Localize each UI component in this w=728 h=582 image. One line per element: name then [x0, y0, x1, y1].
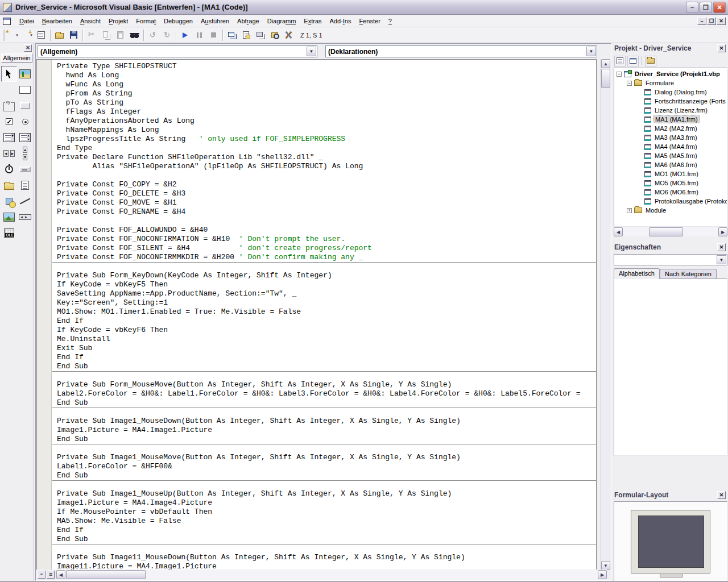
- toolbar-grip[interactable]: [2, 30, 3, 41]
- toolbox-tool-combobox[interactable]: [1, 130, 17, 146]
- tab-alphabetisch[interactable]: Alphabetisch: [614, 268, 660, 279]
- form-layout-close-icon[interactable]: ✕: [717, 491, 726, 499]
- menu-item-fenster[interactable]: Fenster: [355, 16, 384, 26]
- toolbar-button-cut[interactable]: [85, 28, 99, 41]
- menu-item-bearbeiten[interactable]: Bearbeiten: [38, 16, 76, 26]
- toolbox-tool-data[interactable]: [17, 209, 33, 225]
- menu-item-datei[interactable]: Datei: [15, 16, 38, 26]
- project-horizontal-scrollbar[interactable]: ◀ ▶: [614, 227, 727, 236]
- toolbar-button-find[interactable]: [127, 28, 142, 41]
- tree-item-ma1-ma1-frm[interactable]: MA1 (MA1.frm): [614, 115, 727, 124]
- toolbox-tool-filelistbox[interactable]: [17, 177, 33, 193]
- toolbox-tool-optionbutton[interactable]: [17, 114, 33, 130]
- project-close-icon[interactable]: ✕: [717, 44, 726, 52]
- toolbar-button-object-browser[interactable]: [267, 28, 282, 41]
- properties-object-dropdown[interactable]: ▼: [614, 254, 727, 265]
- vscroll-thumb[interactable]: [601, 69, 610, 88]
- toolbox-tool-pointer[interactable]: [1, 66, 17, 82]
- mdi-close-button[interactable]: ✕: [717, 17, 726, 25]
- scroll-right-icon[interactable]: ▶: [598, 570, 607, 579]
- mdi-minimize-button[interactable]: –: [697, 17, 706, 25]
- toolbar-button-open-project[interactable]: [52, 28, 67, 41]
- restore-button[interactable]: ❐: [700, 2, 712, 13]
- tree-item-formulare[interactable]: −Formulare: [614, 78, 727, 88]
- procedure-dropdown[interactable]: (Deklarationen) ▼: [325, 45, 597, 57]
- toolbar-button-project-explorer[interactable]: [225, 28, 239, 41]
- toolbox-tool-line[interactable]: [17, 193, 33, 209]
- toolbox-tool-dirlistbox[interactable]: [1, 177, 17, 193]
- toolbar-button-form-layout[interactable]: [253, 28, 267, 41]
- tree-item-fortschrittsanzeige-forts[interactable]: Fortschrittsanzeige (Forts: [614, 97, 727, 106]
- toolbox-tool-vscrollbar[interactable]: [17, 146, 33, 161]
- tree-item-ma6-ma6-frm[interactable]: MA6 (MA6.frm): [614, 160, 727, 169]
- menu-item-diagramm[interactable]: Diagramm: [263, 16, 300, 26]
- toolbar-button-add-form[interactable]: ▾: [20, 28, 34, 41]
- monitor-screen[interactable]: [638, 516, 704, 568]
- tree-item-ma5-ma5-frm[interactable]: MA5 (MA5.frm): [614, 151, 727, 160]
- toolbar-button-break[interactable]: [192, 28, 206, 41]
- collapse-icon[interactable]: −: [617, 72, 622, 77]
- toolbox-tool-timer[interactable]: [1, 161, 17, 177]
- chevron-down-icon[interactable]: ▼: [717, 255, 726, 264]
- toolbar-button-add-project[interactable]: ▾: [6, 28, 20, 41]
- toggle-folders-button[interactable]: [645, 56, 656, 66]
- tree-item-ma3-ma3-frm[interactable]: MA3 (MA3.frm): [614, 133, 727, 142]
- scroll-right-icon[interactable]: ▶: [718, 227, 727, 236]
- toolbox-tool-custom-control[interactable]: [17, 225, 33, 241]
- properties-close-icon[interactable]: ✕: [717, 243, 726, 251]
- toolbox-tool-hscrollbar[interactable]: [1, 146, 17, 161]
- toolbar-button-save[interactable]: [67, 28, 81, 41]
- project-hscroll-thumb[interactable]: [649, 227, 683, 236]
- tree-item-module[interactable]: +Module: [614, 206, 727, 215]
- scroll-up-icon[interactable]: ▲: [601, 59, 610, 68]
- scroll-left-icon[interactable]: ◀: [614, 227, 623, 236]
- menu-item-format[interactable]: Format: [132, 16, 160, 26]
- toolbox-tool-ole[interactable]: [1, 225, 17, 241]
- chevron-down-icon[interactable]: ▾: [16, 33, 18, 38]
- toolbar-button-copy[interactable]: [99, 28, 113, 41]
- monitor-graphic[interactable]: [631, 510, 710, 573]
- toolbar-button-end[interactable]: [206, 28, 221, 41]
- toolbox-tool-image[interactable]: [1, 209, 17, 225]
- chevron-down-icon[interactable]: ▼: [586, 47, 596, 56]
- toolbar-button-redo[interactable]: [160, 28, 174, 41]
- tree-item-driver-service-projekt1-vbp[interactable]: −Driver_Service (Projekt1.vbp: [614, 69, 727, 78]
- menu-item-debuggen[interactable]: Debuggen: [160, 16, 197, 26]
- toolbox-tool-shape[interactable]: [1, 193, 17, 209]
- hscroll-thumb[interactable]: [66, 570, 146, 579]
- tab-nach-kategorien[interactable]: Nach Kategorien: [660, 269, 717, 279]
- toolbox-tool-listbox[interactable]: [17, 130, 33, 146]
- collapse-icon[interactable]: −: [627, 81, 632, 86]
- properties-list[interactable]: [614, 278, 727, 456]
- minimize-button[interactable]: –: [686, 2, 698, 13]
- view-code-button[interactable]: [614, 56, 626, 66]
- menu-item-add-ins[interactable]: Add-Ins: [326, 16, 355, 26]
- view-object-button[interactable]: [627, 56, 639, 66]
- tree-item-ma4-ma4-frm[interactable]: MA4 (MA4.frm): [614, 142, 727, 151]
- tree-item-protokollausgabe-protoko[interactable]: Protokollausgabe (Protoko: [614, 197, 727, 206]
- tree-item-mo5-mo5-frm[interactable]: MO5 (MO5.frm): [614, 178, 727, 188]
- toolbar-button-properties-window[interactable]: [239, 28, 253, 41]
- toolbox-close-icon[interactable]: ✕: [24, 44, 32, 52]
- toolbar-button-toolbox[interactable]: [282, 28, 296, 41]
- procedure-view-button[interactable]: ≡: [38, 571, 46, 579]
- toolbox-tool-label[interactable]: [1, 82, 17, 98]
- tree-item-mo6-mo6-frm[interactable]: MO6 (MO6.frm): [614, 188, 727, 197]
- toolbox-tool-drivelistbox[interactable]: [17, 161, 33, 177]
- toolbox-tab-allgemein[interactable]: Allgemein: [1, 53, 32, 63]
- scroll-down-icon[interactable]: ▼: [601, 561, 610, 570]
- mdi-restore-button[interactable]: ❐: [707, 17, 716, 25]
- expand-icon[interactable]: +: [627, 208, 632, 213]
- tree-item-ma2-ma2-frm[interactable]: MA2 (MA2.frm): [614, 124, 727, 133]
- toolbar-button-start[interactable]: [178, 28, 192, 41]
- object-dropdown[interactable]: (Allgemein) ▼: [38, 45, 317, 57]
- tree-item-dialog-dialog-frm[interactable]: Dialog (Dialog.frm): [614, 88, 727, 97]
- toolbar-button-paste[interactable]: [113, 28, 127, 41]
- code-vertical-scrollbar[interactable]: ▲ ▼: [601, 59, 610, 570]
- menu-item-item[interactable]: ?: [384, 16, 396, 26]
- menu-item-abfrage[interactable]: Abfrage: [233, 16, 263, 26]
- menu-item-ausf-hren[interactable]: Ausführen: [197, 16, 233, 26]
- code-horizontal-scrollbar[interactable]: ◀ ▶: [56, 570, 607, 580]
- toolbox-tool-commandbutton[interactable]: [17, 98, 33, 114]
- tree-item-lizenz-lizenz-frm[interactable]: Lizenz (Lizenz.frm): [614, 106, 727, 115]
